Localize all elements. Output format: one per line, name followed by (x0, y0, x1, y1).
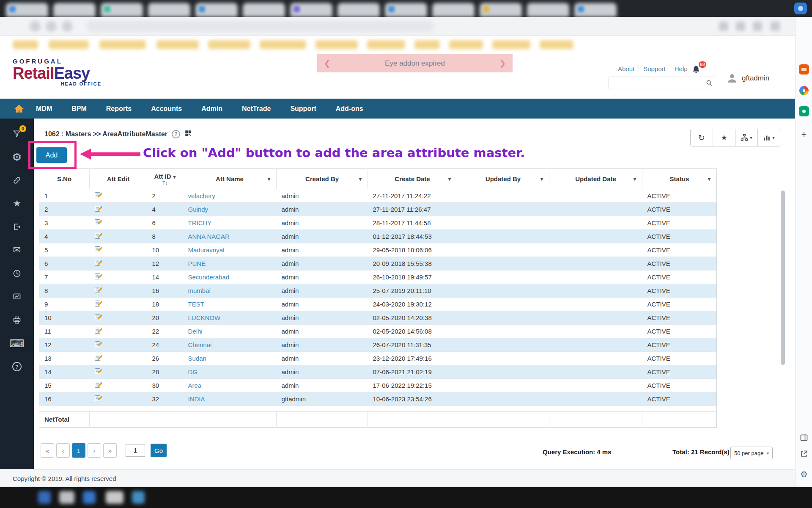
cell-edit[interactable] (90, 216, 147, 230)
att-name-link[interactable]: Chennai (188, 341, 212, 348)
go-button[interactable]: Go (151, 444, 167, 457)
first-page-button[interactable]: « (41, 443, 54, 458)
att-name-link[interactable]: Maduravoyal (188, 246, 225, 254)
nav-item-bpm[interactable]: BPM (62, 99, 96, 119)
att-name-link[interactable]: Area (188, 382, 202, 389)
cell-edit[interactable] (90, 243, 147, 257)
dropdown-caret-icon[interactable]: ▾ (634, 176, 636, 182)
col-att-name[interactable]: Att Name▾ (183, 169, 277, 189)
about-link[interactable]: About (614, 65, 639, 72)
cell-edit[interactable] (90, 392, 147, 406)
help-icon[interactable]: ? (11, 362, 22, 372)
col-sno[interactable]: S.No (39, 169, 90, 189)
gear-icon[interactable]: ⚙ (11, 152, 22, 162)
filter-icon[interactable]: 0 (11, 129, 22, 139)
nav-item-accounts[interactable]: Accounts (141, 99, 192, 119)
att-name-link[interactable]: TRICHY (188, 219, 212, 226)
edit-icon[interactable] (95, 232, 102, 239)
col-att-edit[interactable]: Att Edit (90, 169, 147, 189)
dropdown-caret-icon[interactable]: ▾ (268, 176, 270, 182)
home-icon[interactable] (12, 102, 26, 116)
att-name-link[interactable]: LUCKNOW (188, 314, 221, 321)
att-name-link[interactable]: Sudan (188, 355, 206, 362)
briefcase-icon[interactable] (799, 64, 809, 75)
banner-prev-icon[interactable]: ❮ (324, 59, 330, 68)
col-create-date[interactable]: Create Date▾ (368, 169, 457, 189)
att-name-link[interactable]: Secunderabad (188, 273, 230, 281)
dropdown-caret-icon[interactable]: ▾ (448, 176, 451, 182)
nav-item-mdm[interactable]: MDM (26, 99, 62, 119)
plus-icon[interactable]: + (799, 130, 809, 140)
export-icon[interactable] (11, 222, 22, 232)
nav-item-reports[interactable]: Reports (96, 99, 141, 119)
att-name-link[interactable]: TEST (188, 301, 204, 308)
col-updated-date[interactable]: Updated Date▾ (549, 169, 642, 189)
cell-edit[interactable] (90, 325, 147, 338)
cell-edit[interactable] (90, 298, 147, 311)
grid-view-icon[interactable] (184, 130, 192, 139)
keyboard-icon[interactable]: ⌨ (11, 338, 22, 348)
external-link-icon[interactable] (799, 449, 809, 459)
edit-icon[interactable] (95, 273, 102, 280)
edit-icon[interactable] (95, 327, 102, 334)
edit-icon[interactable] (95, 381, 102, 388)
add-button[interactable]: Add (36, 147, 67, 163)
mail-icon[interactable]: ✉ (11, 245, 22, 255)
cell-edit[interactable] (90, 338, 147, 352)
att-name-link[interactable]: PUNE (188, 260, 206, 267)
support-link[interactable]: Support (639, 65, 670, 72)
edit-icon[interactable] (95, 395, 102, 402)
cell-edit[interactable] (90, 365, 147, 379)
browser-profile-avatar[interactable] (794, 3, 807, 14)
cell-edit[interactable] (90, 311, 147, 325)
edit-icon[interactable] (95, 341, 102, 348)
att-name-link[interactable]: ANNA NAGAR (188, 233, 230, 240)
dropdown-caret-icon[interactable]: ▾ (708, 176, 710, 182)
cell-edit[interactable] (90, 203, 147, 216)
per-page-select[interactable]: 50 per page ▾ (730, 447, 773, 459)
favorite-button[interactable]: ★ (713, 129, 735, 146)
edit-icon[interactable] (95, 300, 102, 307)
vertical-scrollbar[interactable] (781, 190, 785, 365)
edit-icon[interactable] (95, 260, 102, 266)
cell-edit[interactable] (90, 230, 147, 243)
star-icon[interactable]: ★ (11, 199, 22, 209)
browser-logo-icon[interactable] (799, 86, 809, 96)
att-name-link[interactable]: Guindy (188, 206, 208, 213)
page-number-input[interactable] (126, 444, 145, 457)
cell-edit[interactable] (90, 189, 147, 203)
col-att-id[interactable]: Att ID▾ T↕ (147, 169, 183, 189)
cell-edit[interactable] (90, 379, 147, 392)
page-help-icon[interactable]: ? (172, 130, 180, 138)
banner-next-icon[interactable]: ❯ (499, 59, 506, 68)
refresh-button[interactable]: ↻ (690, 129, 713, 146)
col-status[interactable]: Status▾ (642, 169, 717, 189)
last-page-button[interactable]: » (103, 443, 117, 458)
edit-icon[interactable] (95, 205, 102, 212)
shopping-icon[interactable] (799, 106, 809, 116)
clock-icon[interactable] (11, 268, 22, 279)
nav-item-nettrade[interactable]: NetTrade (232, 99, 280, 119)
edit-icon[interactable] (95, 354, 102, 361)
next-page-button[interactable]: › (88, 443, 101, 458)
edit-icon[interactable] (95, 192, 102, 199)
printer-icon[interactable] (11, 315, 22, 325)
edit-icon[interactable] (95, 368, 102, 375)
att-name-link[interactable]: INDIA (188, 395, 205, 403)
edit-icon[interactable] (95, 246, 102, 253)
help-link[interactable]: Help (670, 65, 692, 72)
hierarchy-view-button[interactable]: ▾ (735, 129, 758, 146)
chart-view-button[interactable]: ▾ (757, 129, 780, 146)
settings-gear-icon[interactable]: ⚙ (799, 469, 809, 479)
att-name-link[interactable]: DG (188, 368, 198, 375)
att-name-link[interactable]: mumbai (188, 287, 211, 294)
col-created-by[interactable]: Created By▾ (277, 169, 368, 189)
search-input[interactable] (609, 77, 704, 88)
edit-icon[interactable] (95, 219, 102, 226)
dropdown-caret-icon[interactable]: ▾ (540, 176, 543, 182)
screen-icon[interactable] (11, 292, 22, 302)
user-menu[interactable]: gftadmin (726, 72, 769, 85)
att-name-link[interactable]: velachery (188, 192, 215, 199)
link-icon[interactable] (11, 175, 22, 185)
nav-item-admin[interactable]: Admin (192, 99, 232, 119)
